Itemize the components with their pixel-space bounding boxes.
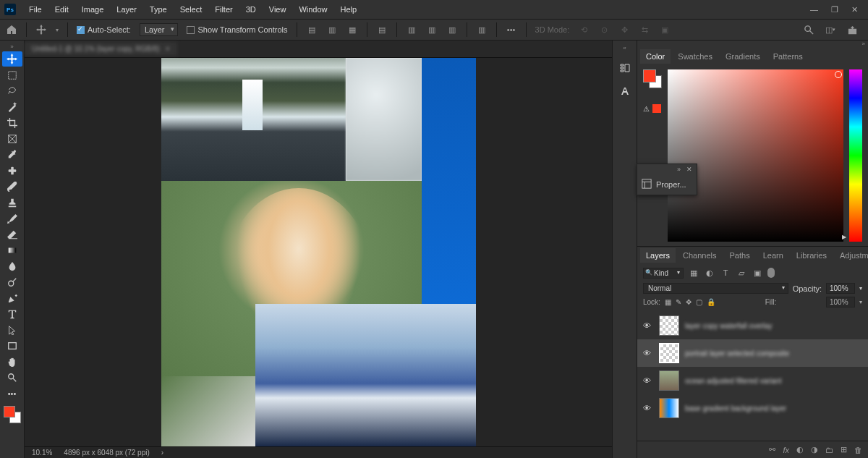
opacity-chevron-icon[interactable]: ▾: [859, 285, 862, 292]
menu-view[interactable]: View: [263, 2, 292, 17]
align-center-h-icon[interactable]: ▥: [326, 24, 338, 35]
float-close-icon[interactable]: ✕: [686, 166, 692, 173]
filter-toggle[interactable]: [767, 268, 775, 278]
path-select-tool[interactable]: [2, 322, 22, 337]
close-tab-icon[interactable]: ×: [166, 45, 170, 53]
new-layer-icon[interactable]: ⊞: [841, 445, 847, 454]
brush-tool[interactable]: [2, 179, 22, 194]
stamp-tool[interactable]: [2, 195, 22, 210]
tab-color[interactable]: Color: [640, 49, 671, 64]
lock-position-icon[interactable]: ✥: [686, 298, 692, 306]
properties-panel-floating[interactable]: » ✕ Proper...: [637, 164, 697, 195]
menu-file[interactable]: File: [23, 2, 48, 17]
layer-thumbnail[interactable]: [659, 370, 679, 391]
opacity-input[interactable]: 100%: [826, 283, 855, 294]
distribute-top-icon[interactable]: ▥: [406, 24, 417, 35]
edit-toolbar-icon[interactable]: •••: [2, 386, 22, 401]
tab-gradients[interactable]: Gradients: [720, 49, 766, 64]
link-layers-icon[interactable]: ⚯: [769, 445, 775, 454]
menu-window[interactable]: Window: [293, 2, 333, 17]
window-maximize-icon[interactable]: ❐: [831, 5, 838, 14]
doc-dimensions[interactable]: 4896 px x 6048 px (72 ppi): [64, 449, 149, 457]
show-transform-checkbox[interactable]: [187, 26, 195, 34]
layer-name[interactable]: base gradient background layer: [685, 404, 786, 412]
tab-learn[interactable]: Learn: [757, 248, 789, 263]
workspace-icon[interactable]: ◫▾: [825, 24, 836, 35]
zoom-tool[interactable]: [2, 370, 22, 385]
glyphs-icon[interactable]: [618, 84, 632, 98]
float-collapse-icon[interactable]: »: [677, 166, 681, 173]
distribute-bottom-icon[interactable]: ▥: [446, 24, 458, 35]
pen-tool[interactable]: [2, 290, 22, 305]
layer-item[interactable]: 👁 layer copy waterfall overlay: [637, 312, 868, 339]
visibility-toggle-icon[interactable]: 👁: [643, 376, 653, 385]
zoom-level[interactable]: 10.1%: [32, 449, 52, 457]
paragraph-styles-icon[interactable]: [618, 61, 632, 75]
panels-collapse-icon[interactable]: »: [637, 41, 868, 48]
filter-type-icon[interactable]: T: [720, 267, 731, 279]
menu-filter[interactable]: Filter: [209, 2, 238, 17]
auto-select-target-dropdown[interactable]: Layer: [140, 23, 179, 36]
lock-all-icon[interactable]: 🔒: [707, 298, 715, 306]
shape-tool[interactable]: [2, 338, 22, 353]
layer-name[interactable]: layer copy waterfall overlay: [685, 322, 773, 330]
document-tab[interactable]: Untitled-1 @ 10.1% (layer copy, RGB/8)×: [25, 42, 177, 56]
layer-item[interactable]: 👁 base gradient background layer: [637, 394, 868, 422]
dodge-tool[interactable]: [2, 274, 22, 289]
layer-fx-icon[interactable]: fx: [783, 446, 789, 454]
distribute-h-icon[interactable]: ▥: [476, 24, 488, 35]
window-close-icon[interactable]: ✕: [851, 5, 858, 14]
foreground-swatch[interactable]: [4, 406, 15, 417]
toolbox-collapse-icon[interactable]: »: [0, 43, 24, 51]
crop-tool[interactable]: [2, 115, 22, 130]
eraser-tool[interactable]: [2, 226, 22, 242]
tab-layers[interactable]: Layers: [640, 248, 676, 263]
layer-mask-icon[interactable]: ◐: [796, 445, 804, 454]
tool-preset-chevron-icon[interactable]: ▾: [56, 27, 59, 33]
gradient-tool[interactable]: [2, 242, 22, 258]
menu-layer[interactable]: Layer: [111, 2, 142, 17]
menu-select[interactable]: Select: [174, 2, 208, 17]
dock-collapse-icon[interactable]: «: [623, 45, 626, 52]
healing-tool[interactable]: [2, 163, 22, 178]
filter-smart-icon[interactable]: ▣: [752, 267, 763, 279]
tab-patterns[interactable]: Patterns: [767, 49, 809, 64]
wand-tool[interactable]: [2, 99, 22, 114]
marquee-tool[interactable]: [2, 67, 22, 82]
menu-type[interactable]: Type: [144, 2, 173, 17]
color-swatches[interactable]: [4, 406, 21, 423]
align-left-icon[interactable]: ▤: [306, 24, 318, 35]
align-top-icon[interactable]: ▤: [376, 24, 388, 35]
more-options-icon[interactable]: •••: [506, 24, 517, 35]
gamut-warning[interactable]: ⚠: [643, 104, 662, 113]
visibility-toggle-icon[interactable]: 👁: [643, 321, 653, 330]
filter-pixel-icon[interactable]: ▦: [688, 267, 699, 279]
lock-artboard-icon[interactable]: ▢: [696, 298, 702, 306]
hue-slider[interactable]: [849, 69, 862, 242]
visibility-toggle-icon[interactable]: 👁: [643, 404, 653, 412]
eyedropper-tool[interactable]: [2, 147, 22, 162]
fg-bg-swatches[interactable]: [643, 69, 662, 88]
menu-image[interactable]: Image: [76, 2, 110, 17]
lasso-tool[interactable]: [2, 83, 22, 98]
lock-transparent-icon[interactable]: ▦: [665, 298, 671, 306]
history-brush-tool[interactable]: [2, 211, 22, 226]
layer-name[interactable]: ocean adjusted filtered variant: [685, 377, 781, 385]
fill-input[interactable]: 100%: [826, 297, 855, 308]
layer-thumbnail[interactable]: [659, 343, 679, 363]
align-right-icon[interactable]: ▦: [346, 24, 358, 35]
auto-select-checkbox[interactable]: [77, 26, 85, 34]
tab-swatches[interactable]: Swatches: [672, 49, 718, 64]
adjustment-layer-icon[interactable]: ◑: [811, 445, 818, 454]
tab-adjustments[interactable]: Adjustments: [834, 248, 868, 263]
layer-filter-kind-dropdown[interactable]: Kind: [643, 268, 684, 279]
layer-thumbnail[interactable]: [659, 398, 679, 418]
distribute-center-v-icon[interactable]: ▥: [426, 24, 438, 35]
menu-3d[interactable]: 3D: [240, 2, 262, 17]
layer-thumbnail[interactable]: [659, 315, 679, 336]
tab-channels[interactable]: Channels: [677, 248, 722, 263]
blend-mode-dropdown[interactable]: Normal: [643, 283, 788, 294]
hand-tool[interactable]: [2, 354, 22, 369]
share-icon[interactable]: [846, 24, 858, 35]
move-tool[interactable]: [2, 51, 22, 67]
